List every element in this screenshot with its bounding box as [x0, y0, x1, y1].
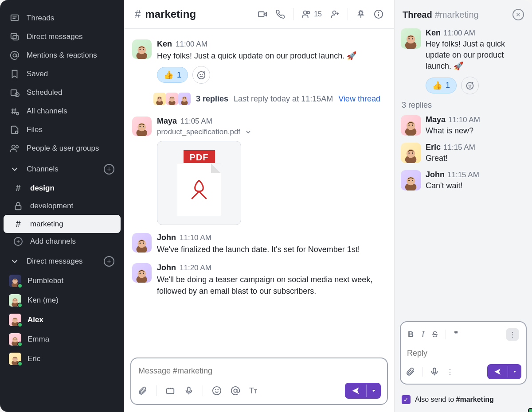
- new-dm-icon[interactable]: +: [104, 256, 114, 267]
- svg-point-19: [14, 280, 15, 281]
- channel-development[interactable]: development: [4, 197, 121, 215]
- mic-icon[interactable]: [184, 386, 194, 396]
- file-name[interactable]: product_specification.pdf: [157, 128, 386, 136]
- svg-point-63: [171, 99, 172, 100]
- svg-point-13: [16, 131, 18, 134]
- also-send-checkbox[interactable]: ✓ Also send to #marketing: [395, 390, 532, 412]
- member-count-button[interactable]: 15: [301, 9, 322, 19]
- mentions-icon: [10, 51, 20, 60]
- channel-title[interactable]: # marketing: [135, 8, 196, 20]
- pin-button[interactable]: [356, 9, 366, 19]
- send-button[interactable]: [345, 383, 381, 399]
- emoji-icon[interactable]: [212, 386, 222, 396]
- add-channels-button[interactable]: + Add channels: [4, 233, 121, 250]
- quote-icon[interactable]: ❞: [454, 330, 458, 339]
- thread-send-button[interactable]: [487, 364, 521, 379]
- dm-icon: [10, 32, 20, 42]
- thread-composer[interactable]: B I S ❞ ⋮ ⋮: [400, 321, 527, 385]
- svg-point-90: [409, 38, 410, 39]
- record-video-icon[interactable]: [165, 386, 175, 396]
- svg-rect-4: [13, 35, 18, 40]
- strike-icon[interactable]: S: [432, 330, 438, 339]
- thread-input[interactable]: [405, 345, 521, 364]
- add-reaction-button[interactable]: [192, 66, 210, 84]
- nav-files[interactable]: Files: [0, 120, 124, 139]
- attach-icon[interactable]: [137, 386, 147, 396]
- file-attachment[interactable]: PDF: [157, 141, 241, 225]
- reaction-pill[interactable]: 👍1: [157, 67, 188, 83]
- hash-icon: #: [13, 183, 23, 193]
- nav-scheduled[interactable]: Scheduled: [0, 83, 124, 102]
- svg-point-72: [143, 126, 144, 127]
- dm-section-header[interactable]: Direct messages +: [0, 250, 124, 271]
- format-icon[interactable]: TT: [249, 386, 257, 396]
- thread-summary[interactable]: 3 repliesLast reply today at 11:15AMView…: [153, 93, 390, 105]
- nav-threads[interactable]: Threads: [0, 9, 124, 27]
- italic-icon[interactable]: I: [422, 330, 424, 339]
- svg-rect-16: [16, 206, 21, 210]
- scheduled-icon: [10, 88, 20, 97]
- dm-Emma[interactable]: Emma: [0, 330, 124, 349]
- more-format-icon[interactable]: ⋮: [506, 328, 519, 341]
- message: John11:10 AMWe've finalized the launch d…: [129, 230, 390, 258]
- channels-section-header[interactable]: Channels +: [0, 158, 124, 179]
- message: John11:20 AMWe'll be doing a teaser camp…: [129, 260, 390, 299]
- svg-point-76: [143, 242, 144, 244]
- channel-marketing[interactable]: #marketing: [4, 215, 121, 233]
- svg-point-67: [183, 99, 184, 100]
- dm-Pumblebot[interactable]: Pumblebot: [0, 271, 124, 291]
- thread-more-icon[interactable]: ⋮: [446, 368, 454, 376]
- svg-point-12: [16, 113, 19, 115]
- svg-point-104: [412, 152, 413, 154]
- add-reaction-button[interactable]: [461, 77, 479, 94]
- message-input[interactable]: [137, 364, 381, 383]
- svg-point-35: [14, 358, 15, 359]
- thread-mic-icon[interactable]: [430, 367, 439, 377]
- svg-point-20: [16, 280, 16, 281]
- close-thread-button[interactable]: ✕: [512, 9, 524, 20]
- sidebar: ThreadsDirect messagesMentions & reactio…: [0, 0, 124, 412]
- audio-call-button[interactable]: [275, 9, 285, 19]
- svg-point-91: [412, 38, 413, 39]
- allchannels-icon: [10, 106, 20, 116]
- add-person-button[interactable]: [330, 9, 340, 19]
- nav-allchannels[interactable]: All channels: [0, 102, 124, 120]
- video-call-button[interactable]: [258, 9, 267, 19]
- dm-Alex[interactable]: Alex: [0, 310, 124, 330]
- bold-icon[interactable]: B: [408, 330, 414, 339]
- dm-Eric[interactable]: Eric: [0, 349, 124, 369]
- hash-icon: #: [13, 219, 23, 229]
- svg-point-36: [16, 358, 16, 359]
- info-button[interactable]: [374, 9, 383, 19]
- mention-icon[interactable]: [231, 386, 240, 396]
- message: Ken11:00 AMHey folks! Just a quick updat…: [129, 37, 390, 86]
- send-options-icon[interactable]: [366, 385, 381, 397]
- add-channel-icon[interactable]: +: [104, 164, 114, 175]
- reaction-pill[interactable]: 👍1: [426, 78, 457, 93]
- channel-design[interactable]: #design: [4, 179, 121, 197]
- svg-point-40: [307, 12, 310, 14]
- nav-people[interactable]: People & user groups: [0, 139, 124, 158]
- svg-rect-0: [11, 15, 19, 21]
- view-thread-link[interactable]: View thread: [338, 94, 380, 104]
- svg-line-11: [15, 109, 16, 114]
- svg-rect-82: [188, 387, 190, 392]
- svg-point-28: [16, 319, 16, 320]
- svg-rect-37: [258, 12, 264, 17]
- files-icon: [10, 125, 20, 135]
- thread-attach-icon[interactable]: [405, 367, 415, 377]
- thread-reply: Eric11:15 AMGreat!: [401, 143, 526, 164]
- nav-dm[interactable]: Direct messages: [0, 27, 124, 46]
- message-composer[interactable]: TT: [130, 358, 388, 405]
- svg-point-79: [140, 272, 141, 274]
- svg-point-60: [160, 99, 161, 100]
- thread-panel: Thread#marketing ✕ Ken11:00 AMHey folks!…: [395, 0, 532, 412]
- dm-Ken (me)[interactable]: Ken (me): [0, 291, 124, 310]
- nav-mentions[interactable]: Mentions & reactions: [0, 46, 124, 65]
- svg-point-5: [13, 54, 16, 57]
- svg-point-99: [409, 125, 410, 126]
- thread-title: Thread: [403, 10, 432, 19]
- message-list[interactable]: Ken11:00 AMHey folks! Just a quick updat…: [124, 29, 394, 354]
- channel-header: # marketing 15: [124, 0, 394, 29]
- nav-saved[interactable]: Saved: [0, 65, 124, 83]
